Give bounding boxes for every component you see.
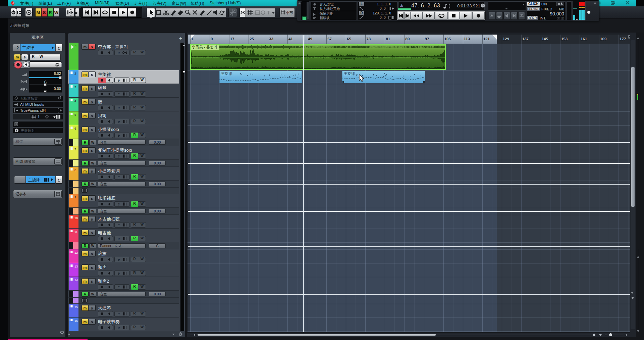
- svg-text:e: e: [118, 92, 120, 96]
- svg-text:e: e: [118, 285, 120, 289]
- svg-text:e: e: [118, 237, 120, 241]
- svg-text:e: e: [118, 154, 120, 158]
- svg-text:主旋律: 主旋律: [344, 71, 355, 76]
- svg-text:e: e: [118, 312, 120, 316]
- svg-text:e: e: [118, 326, 120, 330]
- svg-text:主旋律: 主旋律: [221, 71, 232, 76]
- svg-text:e: e: [118, 175, 120, 179]
- svg-text:e: e: [118, 202, 120, 206]
- svg-text:e: e: [118, 257, 120, 261]
- svg-text:e: e: [118, 271, 120, 275]
- svg-text:e: e: [118, 106, 120, 110]
- svg-text:e: e: [118, 78, 120, 82]
- svg-text:e: e: [118, 133, 120, 137]
- svg-text:e: e: [118, 51, 120, 55]
- svg-text:e: e: [118, 119, 120, 124]
- svg-text:e: e: [118, 223, 120, 227]
